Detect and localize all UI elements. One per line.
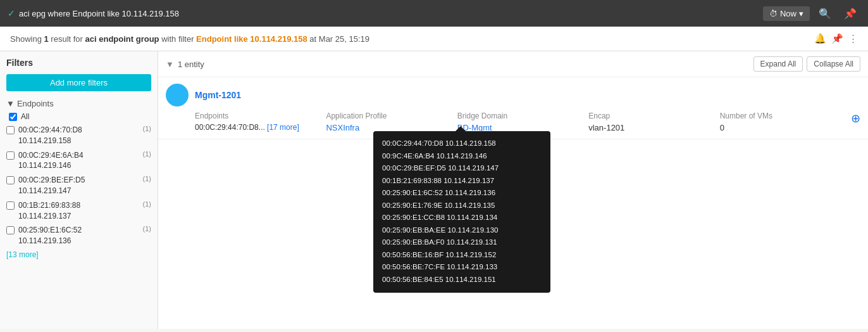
tooltip-line-2: 00:0C:29:BE:EF:D5 10.114.219.147 bbox=[382, 162, 542, 175]
check-icon: ✓ bbox=[8, 8, 15, 18]
filter-item-checkbox-2[interactable] bbox=[6, 176, 15, 184]
list-item: 00:25:90:E1:6C:52 10.114.219.136 (1) bbox=[6, 225, 151, 246]
result-for-label: result for bbox=[51, 34, 83, 44]
collapse-all-button[interactable]: Collapse All bbox=[807, 56, 860, 72]
filter-item-checkbox-3[interactable] bbox=[6, 201, 15, 210]
entity-count: ▼ 1 entity bbox=[166, 60, 204, 69]
content-area: ▼ 1 entity Expand All Collapse All Mgmt-… bbox=[158, 51, 868, 329]
content-header: ▼ 1 entity Expand All Collapse All bbox=[158, 51, 868, 77]
col-value-endpoints: 00:0C:29:44:70:D8... [17 more] bbox=[195, 123, 326, 132]
main-layout: Filters Add more filters ▼ Endpoints All… bbox=[0, 51, 868, 329]
filter-count-4: (1) bbox=[140, 225, 151, 233]
list-item: 00:1B:21:69:83:88 10.114.219.137 (1) bbox=[6, 200, 151, 222]
col-header-encap: Encap bbox=[588, 112, 719, 120]
filter-item-checkbox-0[interactable] bbox=[6, 126, 15, 134]
tooltip-line-5: 00:25:90:E1:76:9E 10.114.219.135 bbox=[382, 200, 542, 212]
tooltip-line-9: 00:50:56:BE:16:BF 10.114.219.152 bbox=[382, 249, 542, 262]
filter-all-checkbox[interactable] bbox=[9, 113, 17, 121]
more-endpoints-link[interactable]: [17 more] bbox=[267, 123, 299, 132]
bell-icon[interactable]: 🔔 bbox=[814, 33, 826, 44]
sidebar: Filters Add more filters ▼ Endpoints All… bbox=[0, 51, 158, 329]
col-value-num-vms: 0 bbox=[720, 123, 851, 132]
filter-count-1: (1) bbox=[140, 150, 151, 158]
filter-item-label-3: 00:1B:21:69:83:88 10.114.219.137 bbox=[18, 200, 137, 222]
filter-section-label: Endpoints bbox=[17, 99, 54, 108]
filter-count-2: (1) bbox=[140, 175, 151, 182]
tooltip-line-11: 00:50:56:BE:84:E5 10.114.219.151 bbox=[382, 274, 542, 286]
col-value-encap: vlan-1201 bbox=[588, 123, 719, 132]
epg-header: Mgmt-1201 bbox=[166, 84, 860, 106]
top-bar-actions: ⏱ Now ▾ 🔍 📌 bbox=[763, 5, 860, 22]
chevron-down-icon: ▾ bbox=[799, 9, 803, 18]
tooltip-line-3: 00:1B:21:69:83:88 10.114.219.137 bbox=[382, 175, 542, 188]
endpoint-tooltip: 00:0C:29:44:70:D8 10.114.219.158 00:9C:4… bbox=[373, 131, 550, 293]
now-label: Now bbox=[780, 9, 797, 18]
showing-label: Showing bbox=[10, 34, 42, 44]
sidebar-title: Filters bbox=[6, 58, 151, 68]
more-filters-link[interactable]: [13 more] bbox=[6, 250, 151, 259]
col-app-profile: Application Profile NSXInfra bbox=[326, 112, 457, 132]
tooltip-line-0: 00:0C:29:44:70:D8 10.114.219.158 bbox=[382, 137, 542, 150]
clock-icon: ⏱ bbox=[769, 9, 778, 18]
entity-type: aci endpoint group bbox=[85, 34, 159, 44]
epg-row: Mgmt-1201 Endpoints 00:0C:29:44:70:D8...… bbox=[158, 77, 868, 139]
with-filter-label: with filter bbox=[161, 34, 194, 44]
tooltip-line-8: 00:25:90:EB:BA:F0 10.114.219.131 bbox=[382, 236, 542, 249]
filter-section-header[interactable]: ▼ Endpoints bbox=[6, 99, 151, 108]
tooltip-line-7: 00:25:90:EB:BA:EE 10.114.219.130 bbox=[382, 224, 542, 237]
col-header-endpoints: Endpoints bbox=[195, 112, 326, 120]
add-column-button[interactable]: ⊕ bbox=[851, 112, 860, 132]
top-bar: ✓ aci epg where Endpoint like 10.114.219… bbox=[0, 0, 868, 27]
filter-count-0: (1) bbox=[140, 125, 151, 132]
search-button[interactable]: 🔍 bbox=[815, 5, 835, 22]
result-count: 1 bbox=[44, 34, 49, 44]
tooltip-arrow bbox=[456, 126, 466, 131]
header-actions: Expand All Collapse All bbox=[753, 56, 860, 72]
list-item: 00:0C:29:4E:6A:B4 10.114.219.146 (1) bbox=[6, 150, 151, 172]
col-endpoints: Endpoints 00:0C:29:44:70:D8... [17 more] bbox=[195, 112, 326, 132]
filter-item-label-0: 00:0C:29:44:70:D8 10.114.219.158 bbox=[18, 125, 137, 146]
expand-all-button[interactable]: Expand All bbox=[753, 56, 803, 72]
list-item: 00:0C:29:44:70:D8 10.114.219.158 (1) bbox=[6, 125, 151, 146]
bookmark-icon[interactable]: 📌 bbox=[831, 33, 843, 44]
tooltip-line-1: 00:9C:4E:6A:B4 10.114.219.146 bbox=[382, 150, 542, 163]
filter-all-label: All bbox=[21, 112, 29, 121]
timestamp: Mar 25, 15:19 bbox=[319, 34, 369, 44]
col-header-app-profile: Application Profile bbox=[326, 112, 457, 120]
filter-item-label-4: 00:25:90:E1:6C:52 10.114.219.136 bbox=[18, 225, 137, 246]
filter-count-3: (1) bbox=[140, 200, 151, 208]
results-text: Showing 1 result for aci endpoint group … bbox=[10, 34, 369, 44]
results-bar-icons: 🔔 📌 ⋮ bbox=[814, 33, 858, 44]
tooltip-line-10: 00:50:56:BE:7C:FE 10.114.219.133 bbox=[382, 261, 542, 274]
entity-count-label: 1 entity bbox=[178, 60, 204, 69]
epg-columns: Endpoints 00:0C:29:44:70:D8... [17 more]… bbox=[195, 112, 860, 132]
chevron-down-icon: ▼ bbox=[6, 99, 15, 108]
col-header-bridge-domain: Bridge Domain bbox=[457, 112, 588, 120]
at-label: at bbox=[309, 34, 316, 44]
col-header-num-vms: Number of VMs bbox=[720, 112, 851, 120]
epg-name[interactable]: Mgmt-1201 bbox=[195, 90, 241, 100]
endpoint-mac-short: 00:0C:29:44:70:D8... bbox=[195, 123, 265, 132]
col-num-vms: Number of VMs 0 bbox=[720, 112, 851, 132]
col-bridge-domain: Bridge Domain BD-Mgmt bbox=[457, 112, 588, 132]
epg-icon bbox=[166, 84, 189, 106]
results-bar: Showing 1 result for aci endpoint group … bbox=[0, 27, 868, 51]
add-filter-button[interactable]: Add more filters bbox=[6, 74, 151, 91]
now-button[interactable]: ⏱ Now ▾ bbox=[763, 6, 810, 21]
filter-item-label-1: 00:0C:29:4E:6A:B4 10.114.219.146 bbox=[18, 150, 137, 172]
query-text: aci epg where Endpoint like 10.114.219.1… bbox=[19, 9, 179, 18]
filter-item-checkbox-1[interactable] bbox=[6, 151, 15, 160]
more-options-icon[interactable]: ⋮ bbox=[848, 33, 858, 44]
list-item: 00:0C:29:BE:EF:D5 10.114.219.147 (1) bbox=[6, 175, 151, 196]
filter-item-checkbox-4[interactable] bbox=[6, 226, 15, 234]
filter-all: All bbox=[9, 112, 151, 121]
filter-value: Endpoint like 10.114.219.158 bbox=[196, 34, 307, 44]
tooltip-line-4: 00:25:90:E1:6C:52 10.114.219.136 bbox=[382, 187, 542, 200]
pin-button[interactable]: 📌 bbox=[840, 5, 860, 22]
filter-item-label-2: 00:0C:29:BE:EF:D5 10.114.219.147 bbox=[18, 175, 137, 196]
query-display: ✓ aci epg where Endpoint like 10.114.219… bbox=[8, 8, 179, 18]
filter-icon: ▼ bbox=[166, 60, 174, 69]
tooltip-line-6: 00:25:90:E1:CC:B8 10.114.219.134 bbox=[382, 212, 542, 224]
col-encap: Encap vlan-1201 bbox=[588, 112, 719, 132]
